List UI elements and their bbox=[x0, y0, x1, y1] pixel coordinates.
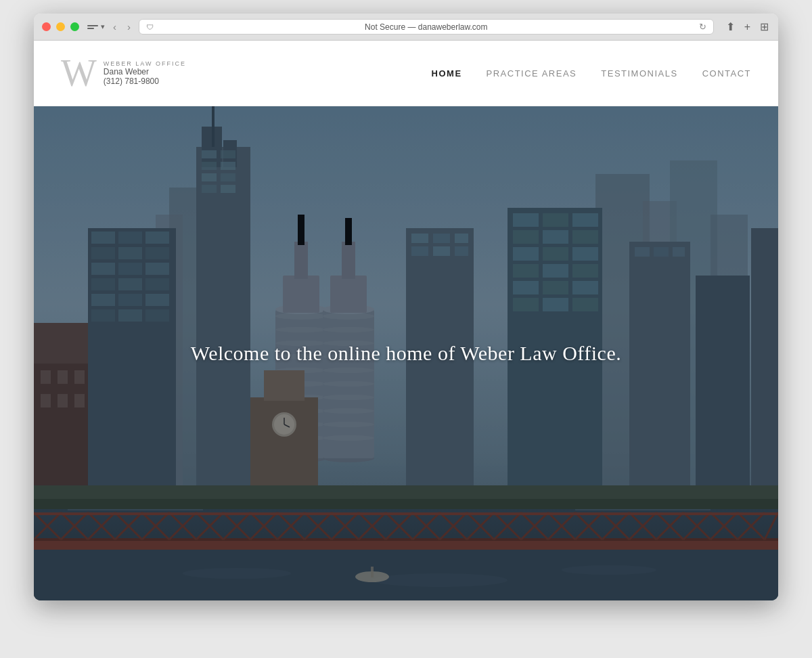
address-bar[interactable]: 🛡 Not Secure — danaweberlaw.com ↻ bbox=[139, 19, 714, 35]
logo-area: W WEBER LAW OFFICE Dana Weber (312) 781-… bbox=[61, 54, 186, 92]
browser-titlebar: ▾ ‹ › 🛡 Not Secure — danaweberlaw.com ↻ … bbox=[34, 14, 778, 41]
browser-window: ▾ ‹ › 🛡 Not Secure — danaweberlaw.com ↻ … bbox=[34, 14, 778, 600]
new-tab-button[interactable]: + bbox=[743, 20, 752, 35]
hero-section: Welcome to the online home of Weber Law … bbox=[34, 106, 778, 600]
nav-practice-areas[interactable]: PRACTICE AREAS bbox=[487, 68, 577, 79]
office-name: WEBER LAW OFFICE bbox=[104, 60, 186, 67]
back-button[interactable]: ‹ bbox=[110, 20, 119, 33]
attorney-name: Dana Weber bbox=[104, 67, 186, 76]
nav-home[interactable]: HOME bbox=[432, 68, 462, 79]
site-nav: HOME PRACTICE AREAS TESTIMONIALS CONTACT bbox=[432, 68, 751, 79]
minimize-button[interactable] bbox=[56, 22, 65, 31]
grid-view-button[interactable]: ⊞ bbox=[759, 19, 770, 35]
close-button[interactable] bbox=[42, 22, 51, 31]
sidebar-icon bbox=[87, 22, 98, 31]
sidebar-toggle[interactable]: ▾ bbox=[87, 22, 105, 31]
hero-title: Welcome to the online home of Weber Law … bbox=[191, 342, 622, 365]
forward-button[interactable]: › bbox=[125, 20, 133, 33]
chevron-down-icon: ▾ bbox=[101, 22, 105, 31]
address-text: Not Secure — danaweberlaw.com bbox=[158, 22, 695, 32]
logo-letter: W bbox=[61, 54, 94, 92]
security-icon: 🛡 bbox=[146, 23, 154, 31]
hero-content: Welcome to the online home of Weber Law … bbox=[34, 106, 778, 600]
browser-actions: ⬆ + ⊞ bbox=[725, 19, 770, 35]
refresh-button[interactable]: ↻ bbox=[699, 22, 706, 32]
nav-contact[interactable]: CONTACT bbox=[702, 68, 751, 79]
phone-number: (312) 781-9800 bbox=[104, 76, 186, 86]
share-button[interactable]: ⬆ bbox=[725, 19, 736, 35]
logo-text-block: WEBER LAW OFFICE Dana Weber (312) 781-98… bbox=[104, 60, 186, 86]
site-wrapper: W WEBER LAW OFFICE Dana Weber (312) 781-… bbox=[34, 41, 778, 600]
maximize-button[interactable] bbox=[70, 22, 79, 31]
nav-testimonials[interactable]: TESTIMONIALS bbox=[601, 68, 677, 79]
site-header: W WEBER LAW OFFICE Dana Weber (312) 781-… bbox=[34, 41, 778, 106]
